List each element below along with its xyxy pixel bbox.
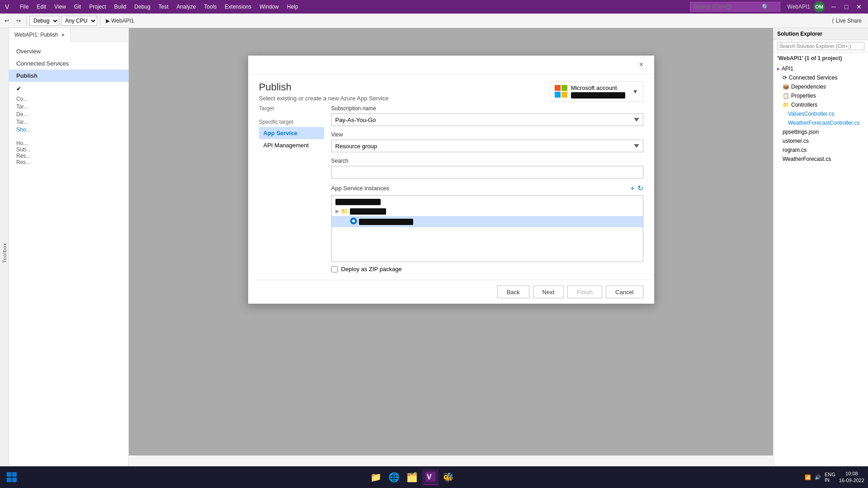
tree-properties[interactable]: 📋 Properties	[774, 91, 868, 100]
taskbar-app-explorer[interactable]: 📁	[368, 469, 384, 485]
account-name	[571, 91, 625, 99]
back-button[interactable]: Back	[497, 286, 529, 298]
dependencies-icon: 📦	[783, 84, 789, 90]
undo-button[interactable]: ↩	[2, 15, 12, 26]
add-instance-button[interactable]: +	[630, 184, 634, 192]
view-dropdown-wrapper: Resource group	[331, 140, 643, 152]
start-button[interactable]	[4, 469, 20, 485]
tab-close-button[interactable]: ✕	[61, 33, 65, 38]
redo-button[interactable]: ↪	[14, 15, 24, 26]
sidebar-item-connected-services[interactable]: Connected Services	[9, 57, 128, 70]
run-button[interactable]: ▶ WebAPI1	[103, 15, 137, 26]
title-search[interactable]: 🔍	[690, 2, 780, 12]
platform-dropdown[interactable]: Any CPU	[61, 16, 97, 26]
service-name-redacted	[359, 219, 413, 225]
tree-weather-forecast[interactable]: WeatherForecast.cs	[774, 155, 868, 164]
taskbar-app-chrome[interactable]: 🌐	[386, 469, 402, 485]
publish-tab[interactable]: WebAPI1: Publish ✕	[9, 28, 71, 42]
taskbar-app-folder[interactable]: 🗂️	[404, 469, 420, 485]
tree-connected-services[interactable]: ⟳ Connected Services	[774, 73, 868, 82]
account-type: Microsoft account	[571, 84, 625, 91]
menu-git[interactable]: Git	[71, 3, 85, 11]
tree-appsettings[interactable]: ppsettings.json	[774, 127, 868, 136]
instance-folder-item: ▶ 📁	[332, 206, 643, 216]
menu-window[interactable]: Window	[256, 3, 283, 11]
svg-rect-8	[7, 472, 11, 477]
instance-service-item[interactable]	[332, 216, 643, 227]
toolbar-separator-2	[100, 16, 100, 25]
tree-controllers[interactable]: 📁 Controllers	[774, 100, 868, 109]
menu-analyze[interactable]: Analyze	[173, 3, 200, 11]
menu-help[interactable]: Help	[283, 3, 302, 11]
taskbar-app-vs[interactable]: V	[422, 469, 439, 485]
close-button[interactable]: ✕	[854, 1, 864, 12]
api-management-nav-item[interactable]: API Management	[259, 139, 324, 151]
modal-titlebar: ×	[248, 56, 654, 74]
zip-checkbox[interactable]	[331, 266, 338, 272]
connected-services-label: Connected Services	[789, 75, 837, 81]
volume-icon: 🔊	[815, 474, 821, 480]
sub-label: Sub...	[16, 146, 121, 153]
show-all-link[interactable]: Sho...	[16, 127, 30, 133]
account-name-redacted	[571, 92, 625, 99]
tree-customer[interactable]: ustomer.cs	[774, 136, 868, 145]
sidebar-item-publish[interactable]: Publish	[9, 70, 128, 82]
connected-services-icon: ⟳	[783, 75, 787, 81]
menu-project[interactable]: Project	[85, 3, 109, 11]
project-root[interactable]: ▸ API1	[774, 64, 868, 73]
menu-test[interactable]: Test	[155, 3, 172, 11]
values-controller-label: ValuesController.cs	[788, 111, 835, 117]
maximize-button[interactable]: □	[841, 1, 852, 12]
tree-values-controller[interactable]: ValuesController.cs	[774, 109, 868, 118]
taskbar-app-bee[interactable]: 🐝	[440, 469, 457, 485]
svg-rect-9	[12, 472, 17, 477]
solution-search	[774, 40, 868, 52]
live-share-label: Live Share	[836, 18, 862, 24]
modal-subtitle: Select existing or create a new Azure Ap…	[259, 95, 389, 102]
instances-label: App Service instances	[331, 185, 390, 192]
menu-debug[interactable]: Debug	[131, 3, 154, 11]
menu-view[interactable]: View	[51, 3, 70, 11]
config-dropdown[interactable]: Debug	[29, 16, 59, 26]
rg-label: Res...	[16, 153, 121, 159]
menu-edit[interactable]: Edit	[33, 3, 50, 11]
finish-button[interactable]: Finish	[567, 286, 602, 298]
collapse-arrow[interactable]: ▶	[335, 208, 339, 214]
search-input[interactable]	[331, 166, 643, 178]
tree-dependencies[interactable]: 📦 Dependencies	[774, 82, 868, 91]
tree-weather-forecast-controller[interactable]: WeatherForecastController.cs	[774, 118, 868, 127]
refresh-instance-button[interactable]: ↻	[637, 184, 643, 192]
title-bar: V File Edit View Git Project Build Debug…	[0, 0, 868, 14]
taskbar-right: 📶 🔊 ENG IN 10:08 16-09-2022	[805, 470, 864, 484]
live-share-icon: ⟨	[832, 18, 834, 24]
account-selector[interactable]: Microsoft account ▼	[550, 81, 643, 102]
svg-rect-2	[555, 85, 561, 91]
sidebar-item-overview[interactable]: Overview	[9, 45, 128, 57]
account-dropdown-icon[interactable]: ▼	[632, 88, 638, 95]
menu-tools[interactable]: Tools	[200, 3, 220, 11]
modal-form: Subscription name Pay-As-You-Go View	[331, 105, 643, 272]
app-service-nav-item[interactable]: App Service	[259, 127, 324, 139]
menu-file[interactable]: File	[16, 3, 32, 11]
live-share-button[interactable]: ⟨ Live Share	[827, 15, 866, 26]
cancel-button[interactable]: Cancel	[606, 286, 643, 298]
minimize-button[interactable]: ─	[828, 1, 839, 12]
right-panel: Solution Explorer 'WebAPI1' (1 of 1 proj…	[773, 28, 868, 477]
menu-build[interactable]: Build	[111, 3, 130, 11]
search-icon: 🔍	[762, 4, 769, 10]
tree-program[interactable]: rogram.cs	[774, 145, 868, 155]
center-content: × Publish Select existing or create a ne…	[129, 28, 773, 477]
project-label: API1	[782, 66, 793, 72]
menu-extensions[interactable]: Extensions	[221, 3, 255, 11]
sidebar-section-new: ✔	[9, 82, 128, 94]
title-search-input[interactable]	[694, 4, 762, 10]
language-label: ENG IN	[825, 472, 835, 483]
modal-close-button[interactable]: ×	[636, 59, 647, 70]
controllers-label: Controllers	[791, 102, 817, 108]
subscription-dropdown-wrapper: Pay-As-You-Go	[331, 113, 643, 126]
next-button[interactable]: Next	[533, 286, 564, 298]
solution-title: 'WebAPI1' (1 of 1 project)	[774, 52, 868, 64]
solution-search-input[interactable]	[777, 42, 864, 50]
subscription-dropdown[interactable]: Pay-As-You-Go	[331, 113, 643, 126]
view-dropdown[interactable]: Resource group	[331, 140, 643, 152]
